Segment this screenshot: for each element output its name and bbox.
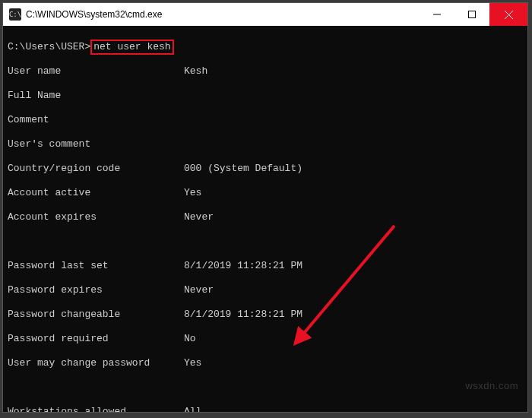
cmd-icon: C:\ [9,8,21,21]
field-label: Password expires [8,284,184,296]
blank-line [8,236,523,248]
field-value: Kesh [184,65,207,77]
watermark-text: wsxdn.com [465,380,518,392]
field-row: User nameKesh [8,65,523,78]
field-row: Comment [8,114,523,126]
close-button[interactable] [489,3,527,26]
field-label: Account active [8,187,184,199]
field-row: Password changeable8/1/2019 11:28:21 PM [8,309,523,321]
field-value: 8/1/2019 11:28:21 PM [184,309,302,320]
field-row: User may change passwordYes [8,357,523,369]
field-label: User name [8,65,184,78]
field-row: Full Name [8,90,523,102]
field-label: Country/region code [8,163,184,175]
cmd-window: C:\ C:\WINDOWS\system32\cmd.exe C:\Users… [3,3,527,412]
field-label: User's comment [8,138,184,150]
field-value: No [184,333,196,344]
titlebar[interactable]: C:\ C:\WINDOWS\system32\cmd.exe [3,3,527,26]
field-row: Account expiresNever [8,211,523,223]
field-label: Account expires [8,211,184,223]
field-value: Yes [184,187,201,198]
field-label: Password last set [8,260,184,272]
field-row: Workstations allowedAll [8,406,523,412]
field-value: Never [184,284,214,296]
blank-line [8,382,523,394]
minimize-icon [433,11,441,18]
prompt-line: C:\Users\USER>net user kesh [8,41,523,53]
field-label: Password required [8,333,184,345]
field-value: 8/1/2019 11:28:21 PM [184,260,302,271]
field-row: Password requiredNo [8,333,523,345]
field-row: User's comment [8,138,523,150]
field-label: Workstations allowed [8,406,184,412]
terminal-content[interactable]: C:\Users\USER>net user kesh User nameKes… [3,26,527,412]
field-value: Never [184,211,214,223]
field-label: User may change password [8,357,184,369]
maximize-icon [468,11,476,18]
field-label: Full Name [8,90,184,102]
field-label: Comment [8,114,184,126]
field-value: Yes [184,357,201,369]
field-value: All [184,406,201,412]
field-row: Password expiresNever [8,284,523,296]
command-highlight: net user kesh [90,40,173,55]
maximize-button[interactable] [454,3,489,26]
field-value: 000 (System Default) [184,163,302,174]
field-row: Password last set8/1/2019 11:28:21 PM [8,260,523,272]
svg-rect-1 [469,11,476,18]
window-title: C:\WINDOWS\system32\cmd.exe [26,9,420,20]
field-label: Password changeable [8,309,184,321]
field-row: Account activeYes [8,187,523,199]
field-row: Country/region code000 (System Default) [8,163,523,175]
minimize-button[interactable] [420,3,454,26]
close-icon [505,11,513,19]
prompt-path: C:\Users\USER> [8,41,90,52]
